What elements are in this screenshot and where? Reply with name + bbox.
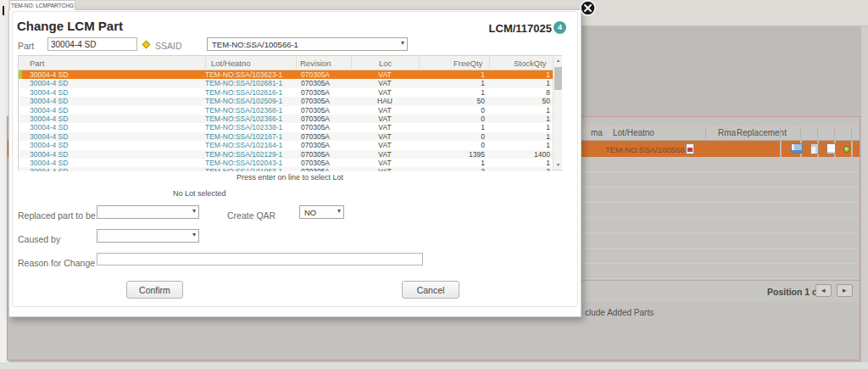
cell: 1 — [489, 115, 553, 123]
dialog-title: Change LCM Part — [17, 19, 123, 33]
confirm-button[interactable]: Confirm — [126, 281, 183, 299]
dialog-tab[interactable]: TEM-NO: LCMPARTCHG — [9, 0, 75, 10]
cell: VAT — [351, 159, 419, 167]
cell: 30004-4 SD — [19, 70, 205, 79]
cell: 30004-4 SD — [19, 106, 205, 115]
cell: 1 — [419, 159, 489, 167]
cell: 1395 — [419, 150, 489, 159]
bottom-strip — [0, 362, 868, 369]
cell: 30004-4 SD — [19, 123, 205, 131]
col-part[interactable]: Part — [30, 59, 44, 68]
table-row[interactable]: 30004-4 SDTEM-NO:SSA/102368-1070305AVAT0… — [19, 106, 553, 115]
grid-header-lot: Lot/Heatno — [613, 128, 654, 137]
scroll-up-icon[interactable] — [554, 56, 563, 65]
cell: TEM-NO:SSA/102681-1 — [205, 79, 296, 87]
pdf-icon[interactable] — [686, 143, 694, 154]
column-separator — [419, 57, 420, 69]
cell: VAT — [351, 123, 419, 131]
table-row[interactable]: 30004-4 SDTEM-NO:SSA/102681-1070305AVAT1… — [19, 79, 553, 87]
cell: HAU — [351, 97, 419, 105]
book-icon[interactable] — [791, 143, 803, 154]
cell: 1 — [489, 141, 553, 149]
table-row[interactable]: 30004-4 SDTEM-NO:SSA/102366-1070305AVAT0… — [19, 115, 553, 123]
table-row[interactable]: 30004-4 SDTEM-NO:SSA/102129-1070305AVAT1… — [19, 150, 553, 159]
table-row[interactable]: 30004-4 SDTEM-NO:SSA/102043-1070305AVAT1… — [19, 159, 553, 167]
cell: 070305A — [296, 150, 351, 159]
col-revision[interactable]: Revision — [300, 59, 331, 68]
cell: VAT — [351, 70, 419, 79]
close-button[interactable] — [580, 0, 596, 16]
create-qar-label: Create QAR — [227, 210, 275, 221]
scrollbar-thumb[interactable] — [554, 67, 562, 90]
ssa-select[interactable]: TEM-NO:SSA/100566-1 — [207, 37, 408, 51]
reason-for-change-label: Reason for Change — [18, 258, 95, 268]
table-row[interactable]: 30004-4 SDTEM-NO:SSA/102164-1070305AVAT0… — [19, 141, 553, 149]
column-separator — [800, 127, 801, 138]
grid-header-partial: ma — [591, 128, 603, 137]
table-row[interactable]: 30004-4 SDTEM-NO:SSA/102509-1070305AHAU5… — [19, 97, 553, 105]
page-icon[interactable] — [810, 143, 819, 154]
table-row[interactable]: 30004-4 SDTEM-NO:SSA/102167-1070305AVAT0… — [19, 132, 553, 141]
cell: 1 — [489, 106, 553, 115]
cell: TEM-NO:SSA/102129-1 — [205, 150, 296, 159]
create-qar-select[interactable]: NO — [299, 205, 344, 219]
cell: 50 — [489, 97, 553, 105]
cell: 30004-4 SD — [19, 132, 205, 141]
cell: 070305A — [296, 159, 351, 167]
col-lot[interactable]: Lot/Heatno — [211, 59, 250, 68]
cancel-button[interactable]: Cancel — [402, 281, 459, 299]
cell: VAT — [351, 115, 419, 123]
cell: 070305A — [296, 70, 351, 79]
cell: 8 — [489, 88, 553, 97]
cell: 070305A — [296, 88, 351, 97]
cell: 070305A — [296, 167, 351, 171]
cell: 30004-4 SD — [19, 141, 205, 149]
replaced-part-select[interactable] — [97, 205, 199, 219]
cell: VAT — [351, 141, 419, 149]
column-separator — [489, 57, 490, 69]
caused-by-select[interactable] — [97, 229, 199, 243]
table-scrollbar[interactable] — [553, 56, 562, 170]
cell: VAT — [351, 106, 419, 115]
cell: 30004-4 SD — [19, 159, 205, 167]
select-lot-hint: Press enter on line to select Lot — [18, 173, 562, 182]
table-row[interactable]: 30004-4 SDTEM-NO:SSA/103623-1070305AVAT1… — [19, 70, 553, 79]
cell: 1 — [419, 123, 489, 131]
cell: TEM-NO:SSA/102043-1 — [205, 159, 296, 167]
col-freeqty[interactable]: FreeQty — [453, 59, 482, 68]
column-separator — [780, 127, 781, 138]
table-row[interactable]: 30004-4 SDTEM-NO:SSA/101953-1070305AVAT2… — [19, 167, 553, 171]
column-separator — [351, 57, 352, 69]
next-page-button[interactable] — [837, 284, 853, 297]
cell: VAT — [351, 167, 419, 171]
lot-table: Part Lot/Heatno Revision Loc FreeQty Sto… — [18, 55, 562, 171]
document-icon[interactable] — [826, 143, 836, 154]
reason-for-change-input[interactable] — [97, 253, 423, 266]
part-input[interactable] — [47, 37, 137, 51]
create-qar-select-value: NO — [304, 208, 316, 217]
cell: 070305A — [296, 97, 351, 105]
column-separator — [780, 141, 782, 157]
cell: 30004-4 SD — [19, 167, 205, 171]
cell: 30004-4 SD — [19, 79, 205, 87]
table-row[interactable]: 30004-4 SDTEM-NO:SSA/102338-1070305AVAT1… — [19, 123, 553, 131]
cell: 1 — [489, 79, 553, 87]
cell: VAT — [351, 150, 419, 159]
close-icon — [580, 0, 596, 16]
grid-header-rma: Rma — [718, 128, 736, 137]
col-stockqty[interactable]: StockQty — [514, 59, 547, 68]
cell: VAT — [351, 88, 419, 97]
column-separator — [296, 57, 297, 69]
scroll-down-icon[interactable] — [554, 160, 563, 170]
table-row[interactable]: 30004-4 SDTEM-NO:SSA/102616-1070305AVAT1… — [19, 88, 553, 97]
cell: TEM-NO:SSA/102368-1 — [205, 106, 296, 115]
cell: 1 — [419, 88, 489, 97]
col-loc[interactable]: Loc — [379, 59, 392, 68]
cell: 070305A — [296, 115, 351, 123]
cell: 070305A — [296, 132, 351, 141]
text-cursor-mark — [3, 6, 4, 15]
previous-page-button[interactable] — [815, 284, 832, 297]
cell: 1 — [419, 79, 489, 87]
cell: 30004-4 SD — [19, 115, 205, 123]
cell: 30004-4 SD — [19, 97, 205, 105]
